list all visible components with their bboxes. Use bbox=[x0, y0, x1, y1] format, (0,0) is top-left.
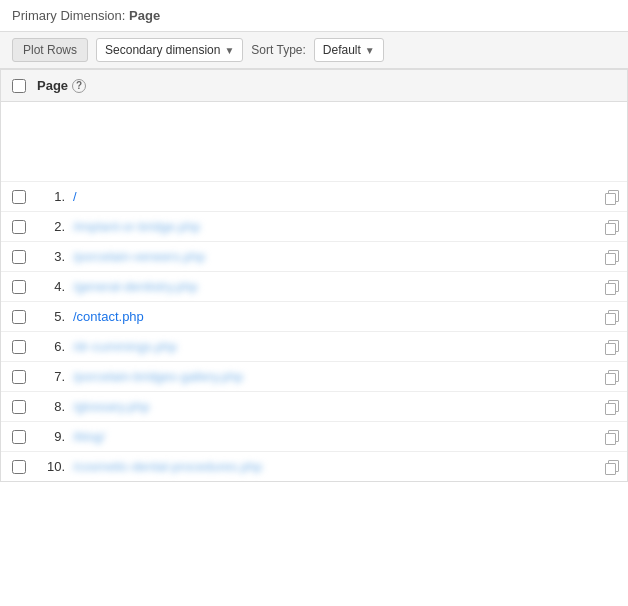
copy-icon[interactable] bbox=[605, 460, 619, 474]
toolbar: Plot Rows Secondary dimension ▼ Sort Typ… bbox=[0, 31, 628, 69]
page-link[interactable]: /cosmetic-dental-procedures.php bbox=[73, 459, 262, 474]
copy-icon[interactable] bbox=[605, 310, 619, 324]
row-checkbox[interactable] bbox=[12, 340, 26, 354]
copy-icon-cell[interactable] bbox=[597, 370, 627, 384]
table-row: 8. /glossary.php bbox=[1, 392, 627, 422]
row-checkbox-cell[interactable] bbox=[1, 370, 37, 384]
row-checkbox-cell[interactable] bbox=[1, 460, 37, 474]
plot-rows-button[interactable]: Plot Rows bbox=[12, 38, 88, 62]
page-link-text: / bbox=[73, 189, 77, 204]
row-checkbox[interactable] bbox=[12, 220, 26, 234]
table-row: 7. /porcelain-bridges-gallery.php bbox=[1, 362, 627, 392]
secondary-dimension-dropdown[interactable]: Secondary dimension ▼ bbox=[96, 38, 243, 62]
copy-icon[interactable] bbox=[605, 280, 619, 294]
row-checkbox-cell[interactable] bbox=[1, 340, 37, 354]
sort-arrow-icon: ▼ bbox=[365, 45, 375, 56]
row-checkbox[interactable] bbox=[12, 280, 26, 294]
page-link[interactable]: /glossary.php bbox=[73, 399, 149, 414]
table-row: 2. /implant-or-bridge.php bbox=[1, 212, 627, 242]
page-link[interactable]: /dr-cummings.php bbox=[73, 339, 177, 354]
page-link-text: /blog/ bbox=[73, 429, 105, 444]
row-number: 3. bbox=[37, 249, 65, 264]
row-checkbox-cell[interactable] bbox=[1, 250, 37, 264]
row-number: 5. bbox=[37, 309, 65, 324]
copy-icon[interactable] bbox=[605, 190, 619, 204]
page-link-text: /porcelain-veneers.php bbox=[73, 249, 205, 264]
table-row: 5. /contact.php bbox=[1, 302, 627, 332]
copy-icon[interactable] bbox=[605, 250, 619, 264]
row-checkbox[interactable] bbox=[12, 460, 26, 474]
row-link[interactable]: /blog/ bbox=[65, 429, 597, 444]
row-checkbox-cell[interactable] bbox=[1, 280, 37, 294]
row-link[interactable]: /dr-cummings.php bbox=[65, 339, 597, 354]
secondary-dimension-label: Secondary dimension bbox=[105, 43, 220, 57]
row-link[interactable]: /cosmetic-dental-procedures.php bbox=[65, 459, 597, 474]
page-help-icon[interactable]: ? bbox=[72, 79, 86, 93]
page-link-text: /implant-or-bridge.php bbox=[73, 219, 200, 234]
row-link[interactable]: /general-dentistry.php bbox=[65, 279, 597, 294]
table-row: 9. /blog/ bbox=[1, 422, 627, 452]
row-link[interactable]: /porcelain-bridges-gallery.php bbox=[65, 369, 597, 384]
chart-area bbox=[1, 102, 627, 182]
row-link[interactable]: / bbox=[65, 189, 597, 204]
table-row: 10. /cosmetic-dental-procedures.php bbox=[1, 452, 627, 481]
page-link-text: /glossary.php bbox=[73, 399, 149, 414]
copy-icon-cell[interactable] bbox=[597, 250, 627, 264]
header-checkbox-cell[interactable] bbox=[1, 79, 37, 93]
row-checkbox[interactable] bbox=[12, 400, 26, 414]
copy-icon-cell[interactable] bbox=[597, 340, 627, 354]
copy-icon[interactable] bbox=[605, 220, 619, 234]
row-number: 10. bbox=[37, 459, 65, 474]
row-checkbox-cell[interactable] bbox=[1, 430, 37, 444]
copy-icon-cell[interactable] bbox=[597, 400, 627, 414]
page-link-text: /porcelain-bridges-gallery.php bbox=[73, 369, 243, 384]
row-checkbox[interactable] bbox=[12, 190, 26, 204]
page-link[interactable]: /porcelain-veneers.php bbox=[73, 249, 205, 264]
row-checkbox-cell[interactable] bbox=[1, 190, 37, 204]
sort-default-label: Default bbox=[323, 43, 361, 57]
copy-icon[interactable] bbox=[605, 370, 619, 384]
copy-icon-cell[interactable] bbox=[597, 190, 627, 204]
row-number: 1. bbox=[37, 189, 65, 204]
copy-icon-cell[interactable] bbox=[597, 220, 627, 234]
page-link[interactable]: /general-dentistry.php bbox=[73, 279, 198, 294]
copy-icon-cell[interactable] bbox=[597, 310, 627, 324]
sort-type-dropdown[interactable]: Default ▼ bbox=[314, 38, 384, 62]
column-page-label: Page bbox=[37, 78, 68, 93]
row-checkbox[interactable] bbox=[12, 370, 26, 384]
row-checkbox-cell[interactable] bbox=[1, 400, 37, 414]
row-link[interactable]: /glossary.php bbox=[65, 399, 597, 414]
page-link[interactable]: /contact.php bbox=[73, 309, 144, 324]
copy-icon[interactable] bbox=[605, 430, 619, 444]
table-body: 1. / 2. /implant-or-bridge.php 3. /porce… bbox=[1, 182, 627, 481]
primary-dimension-value: Page bbox=[129, 8, 160, 23]
row-checkbox[interactable] bbox=[12, 310, 26, 324]
column-page-header: Page ? bbox=[37, 78, 627, 93]
row-number: 2. bbox=[37, 219, 65, 234]
copy-icon-cell[interactable] bbox=[597, 460, 627, 474]
select-all-checkbox[interactable] bbox=[12, 79, 26, 93]
row-number: 9. bbox=[37, 429, 65, 444]
row-link[interactable]: /contact.php bbox=[65, 309, 597, 324]
page-link[interactable]: / bbox=[73, 189, 77, 204]
row-number: 7. bbox=[37, 369, 65, 384]
copy-icon-cell[interactable] bbox=[597, 280, 627, 294]
page-link-text: /general-dentistry.php bbox=[73, 279, 198, 294]
page-link[interactable]: /implant-or-bridge.php bbox=[73, 219, 200, 234]
copy-icon[interactable] bbox=[605, 340, 619, 354]
row-checkbox[interactable] bbox=[12, 250, 26, 264]
row-number: 4. bbox=[37, 279, 65, 294]
row-checkbox[interactable] bbox=[12, 430, 26, 444]
page-link[interactable]: /blog/ bbox=[73, 429, 105, 444]
row-number: 6. bbox=[37, 339, 65, 354]
page-link[interactable]: /porcelain-bridges-gallery.php bbox=[73, 369, 243, 384]
copy-icon-cell[interactable] bbox=[597, 430, 627, 444]
row-link[interactable]: /porcelain-veneers.php bbox=[65, 249, 597, 264]
row-checkbox-cell[interactable] bbox=[1, 310, 37, 324]
row-checkbox-cell[interactable] bbox=[1, 220, 37, 234]
copy-icon[interactable] bbox=[605, 400, 619, 414]
table-row: 3. /porcelain-veneers.php bbox=[1, 242, 627, 272]
row-link[interactable]: /implant-or-bridge.php bbox=[65, 219, 597, 234]
primary-dimension-bar: Primary Dimension: Page bbox=[0, 0, 628, 31]
table-row: 4. /general-dentistry.php bbox=[1, 272, 627, 302]
